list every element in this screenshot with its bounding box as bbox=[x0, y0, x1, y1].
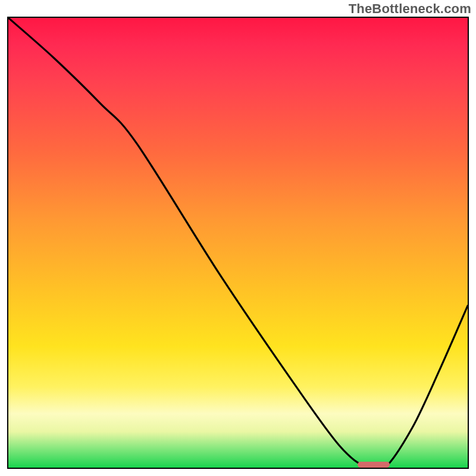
optimum-marker bbox=[358, 462, 390, 468]
bottleneck-curve bbox=[8, 18, 468, 468]
watermark-text: TheBottleneck.com bbox=[349, 1, 471, 17]
plot-frame bbox=[7, 17, 469, 469]
chart-stage: TheBottleneck.com bbox=[0, 0, 476, 476]
